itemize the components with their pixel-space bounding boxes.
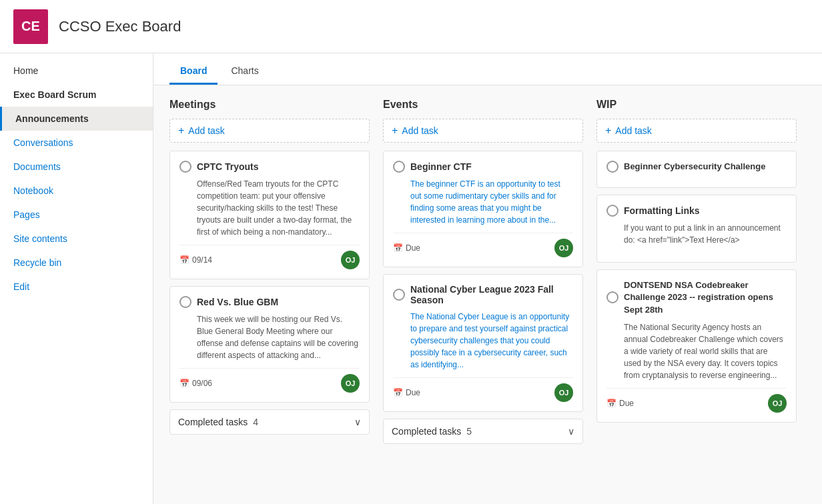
task-footer-nsa: 📅 Due OJ <box>606 388 787 413</box>
chevron-down-icon-meetings: ∨ <box>354 417 361 427</box>
column-events-title: Events <box>383 99 583 111</box>
task-desc-nsa: The National Security Agency hosts an an… <box>606 321 787 381</box>
task-date-cptc: 📅 09/14 <box>179 255 212 265</box>
task-desc-rvb: This week we will be hosting our Red Vs.… <box>179 313 360 361</box>
task-title-bcc: Beginner Cybersecurity Challenge <box>624 161 765 173</box>
task-circle-ncl[interactable] <box>393 289 405 301</box>
add-task-wip-label: Add task <box>615 125 651 136</box>
page-title: CCSO Exec Board <box>59 18 181 35</box>
sidebar-item-announcements[interactable]: Announcements <box>0 107 153 131</box>
task-header-nsa: DONTSEND NSA Codebreaker Challenge 2023 … <box>606 279 787 316</box>
task-header-cptc: CPTC Tryouts <box>179 161 360 173</box>
task-circle-bctf[interactable] <box>393 161 405 173</box>
task-date-bctf: 📅 Due <box>393 243 420 253</box>
main-content: Board Charts Meetings + Add task CPTC Tr… <box>153 53 822 504</box>
avatar-rvb: OJ <box>341 374 360 393</box>
task-date-ncl: 📅 Due <box>393 388 420 397</box>
add-task-meetings-button[interactable]: + Add task <box>169 119 370 143</box>
task-date-value-cptc: 09/14 <box>192 255 212 265</box>
calendar-icon-bctf: 📅 <box>393 243 403 253</box>
plus-icon-wip: + <box>605 125 611 137</box>
completed-count-meetings: 4 <box>253 417 258 427</box>
task-date-value-nsa: Due <box>619 399 634 408</box>
task-title-fl: Formatting Links <box>624 205 700 216</box>
plus-icon: + <box>178 125 184 137</box>
task-header-bcc: Beginner Cybersecurity Challenge <box>606 161 787 173</box>
task-circle-fl[interactable] <box>606 205 619 217</box>
column-meetings-title: Meetings <box>169 99 370 111</box>
task-card-nsa[interactable]: DONTSEND NSA Codebreaker Challenge 2023 … <box>596 269 797 423</box>
task-card-red-vs-blue[interactable]: Red Vs. Blue GBM This week we will be ho… <box>169 286 370 403</box>
board-area: Meetings + Add task CPTC Tryouts Offense… <box>153 85 822 504</box>
task-desc-ncl: The National Cyber League is an opportun… <box>393 311 573 371</box>
chevron-down-icon-events: ∨ <box>568 426 574 437</box>
task-title-ncl: National Cyber League 2023 Fall Season <box>410 284 573 305</box>
task-footer-rvb: 📅 09/06 OJ <box>179 368 360 393</box>
task-title-nsa: DONTSEND NSA Codebreaker Challenge 2023 … <box>624 279 787 316</box>
task-header-rvb: Red Vs. Blue GBM <box>179 296 360 308</box>
task-footer-bctf: 📅 Due OJ <box>393 233 573 257</box>
sidebar: Home Exec Board Scrum Announcements Conv… <box>0 53 153 504</box>
completed-tasks-events[interactable]: Completed tasks 5 ∨ <box>383 419 583 444</box>
sidebar-item-edit[interactable]: Edit <box>0 275 153 299</box>
sidebar-item-recycle-bin[interactable]: Recycle bin <box>0 251 153 275</box>
tab-board[interactable]: Board <box>169 57 218 85</box>
completed-count-events: 5 <box>466 426 472 437</box>
avatar-ncl: OJ <box>554 383 573 402</box>
task-card-ncl[interactable]: National Cyber League 2023 Fall Season T… <box>383 274 583 412</box>
completed-label-meetings: Completed tasks <box>178 417 248 427</box>
avatar-cptc: OJ <box>341 251 360 269</box>
task-date-nsa: 📅 Due <box>606 399 634 408</box>
column-wip: WIP + Add task Beginner Cybersecurity Ch… <box>596 99 797 429</box>
task-circle-nsa[interactable] <box>606 291 619 303</box>
sidebar-item-home[interactable]: Home <box>0 59 153 83</box>
sidebar-item-exec-board-scrum[interactable]: Exec Board Scrum <box>0 83 153 107</box>
task-title-rvb: Red Vs. Blue GBM <box>197 297 278 307</box>
task-header-bctf: Beginner CTF <box>393 161 573 173</box>
task-circle-rvb[interactable] <box>179 296 191 308</box>
column-wip-title: WIP <box>596 99 797 111</box>
task-date-value-bctf: Due <box>406 243 420 253</box>
column-events: Events + Add task Beginner CTF The begin… <box>383 99 583 444</box>
sidebar-item-site-contents[interactable]: Site contents <box>0 227 153 251</box>
completed-label-events: Completed tasks <box>392 426 461 437</box>
add-task-events-button[interactable]: + Add task <box>383 119 583 143</box>
task-title-cptc: CPTC Tryouts <box>197 161 259 172</box>
task-desc-fl: If you want to put a link in an announce… <box>606 222 787 246</box>
task-footer-cptc: 📅 09/14 OJ <box>179 245 360 269</box>
header: CE CCSO Exec Board <box>0 0 822 53</box>
calendar-icon-nsa: 📅 <box>606 399 616 408</box>
task-desc-cptc: Offense/Red Team tryouts for the CPTC co… <box>179 178 360 238</box>
task-card-formatting-links[interactable]: Formatting Links If you want to put a li… <box>596 195 797 263</box>
task-card-beginner-ctf[interactable]: Beginner CTF The beginner CTF is an oppo… <box>383 151 583 267</box>
calendar-icon-rvb: 📅 <box>179 379 189 388</box>
avatar-nsa: OJ <box>768 394 787 413</box>
completed-tasks-meetings[interactable]: Completed tasks 4 ∨ <box>169 409 370 435</box>
task-date-value-ncl: Due <box>406 388 420 397</box>
task-desc-bctf: The beginner CTF is an opportunity to te… <box>393 178 573 226</box>
column-meetings: Meetings + Add task CPTC Tryouts Offense… <box>169 99 370 435</box>
task-card-bcc[interactable]: Beginner Cybersecurity Challenge <box>596 151 797 188</box>
task-circle-cptc[interactable] <box>179 161 191 173</box>
task-date-rvb: 📅 09/06 <box>179 379 212 388</box>
calendar-icon-ncl: 📅 <box>393 388 403 397</box>
task-footer-ncl: 📅 Due OJ <box>393 377 573 402</box>
add-task-wip-button[interactable]: + Add task <box>596 119 797 143</box>
sidebar-item-conversations[interactable]: Conversations <box>0 131 153 155</box>
avatar-bctf: OJ <box>554 239 573 257</box>
plus-icon-events: + <box>392 125 398 137</box>
task-date-value-rvb: 09/06 <box>192 379 212 388</box>
tab-charts[interactable]: Charts <box>220 57 269 85</box>
task-header-fl: Formatting Links <box>606 205 787 217</box>
sidebar-item-documents[interactable]: Documents <box>0 155 153 179</box>
task-card-cptc-tryouts[interactable]: CPTC Tryouts Offense/Red Team tryouts fo… <box>169 151 370 279</box>
logo-badge: CE <box>13 9 48 44</box>
add-task-meetings-label: Add task <box>188 125 224 136</box>
task-circle-bcc[interactable] <box>606 161 619 173</box>
sidebar-item-notebook[interactable]: Notebook <box>0 179 153 203</box>
sidebar-item-pages[interactable]: Pages <box>0 203 153 227</box>
tabs-bar: Board Charts <box>153 53 822 85</box>
task-title-bctf: Beginner CTF <box>410 161 472 172</box>
task-header-ncl: National Cyber League 2023 Fall Season <box>393 284 573 305</box>
calendar-icon-cptc: 📅 <box>179 255 189 265</box>
